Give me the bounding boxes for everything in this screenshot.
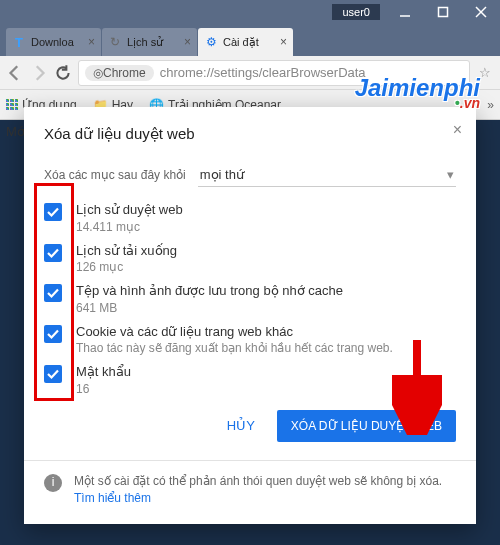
options-list: Lịch sử duyệt web 14.411 mục Lịch sử tải…: [44, 201, 456, 396]
option-cached-files[interactable]: Tệp và hình ảnh được lưu trong bộ nhớ ca…: [44, 282, 456, 315]
forward-button[interactable]: [30, 64, 48, 82]
checkbox-checked-icon[interactable]: [44, 244, 62, 262]
option-sub: 14.411 mục: [76, 220, 183, 234]
option-sub: 126 mục: [76, 260, 177, 274]
tab-label: Downloa: [31, 36, 84, 48]
option-sub: Thao tác này sẽ đăng xuất bạn khỏi hầu h…: [76, 341, 393, 355]
reload-button[interactable]: [54, 64, 72, 82]
option-title: Cookie và các dữ liệu trang web khác: [76, 323, 393, 341]
dialog-title: Xóa dữ liệu duyệt web: [44, 125, 456, 143]
origin-chip: ◎ Chrome: [85, 65, 154, 81]
tab-settings[interactable]: ⚙ Cài đặt ×: [198, 28, 293, 56]
checkbox-checked-icon[interactable]: [44, 284, 62, 302]
maximize-button[interactable]: [424, 0, 462, 24]
tab-downloads[interactable]: T Downloa ×: [6, 28, 101, 56]
favicon-t-icon: T: [12, 35, 26, 49]
tab-strip: T Downloa × ↻ Lịch sử × ⚙ Cài đặt ×: [0, 24, 500, 56]
omnibox[interactable]: ◎ Chrome chrome://settings/clearBrowserD…: [78, 60, 470, 86]
history-icon: ↻: [108, 35, 122, 49]
dialog-subheading: Xóa các mục sau đây khỏi: [44, 168, 186, 182]
url-text: chrome://settings/clearBrowserData: [160, 65, 366, 80]
tab-history[interactable]: ↻ Lịch sử ×: [102, 28, 197, 56]
checkbox-checked-icon[interactable]: [44, 203, 62, 221]
timeframe-value: mọi thứ: [200, 167, 244, 182]
option-cookies[interactable]: Cookie và các dữ liệu trang web khác Tha…: [44, 323, 456, 356]
divider: [24, 460, 476, 461]
minimize-button[interactable]: [386, 0, 424, 24]
back-button[interactable]: [6, 64, 24, 82]
clear-data-button[interactable]: XÓA DỮ LIỆU DUYỆT WEB: [277, 410, 456, 442]
user-chip[interactable]: user0: [332, 4, 380, 20]
timeframe-select[interactable]: mọi thứ ▾: [198, 163, 456, 187]
option-title: Tệp và hình ảnh được lưu trong bộ nhớ ca…: [76, 282, 343, 300]
close-tab-icon[interactable]: ×: [88, 35, 95, 49]
checkbox-checked-icon[interactable]: [44, 325, 62, 343]
option-sub: 641 MB: [76, 301, 343, 315]
close-tab-icon[interactable]: ×: [184, 35, 191, 49]
option-download-history[interactable]: Lịch sử tải xuống 126 mục: [44, 242, 456, 275]
option-title: Lịch sử tải xuống: [76, 242, 177, 260]
option-sub: 16: [76, 382, 131, 396]
dialog-close-button[interactable]: ×: [453, 121, 462, 139]
window-close-button[interactable]: [462, 0, 500, 24]
clear-browsing-data-dialog: Xóa dữ liệu duyệt web × Xóa các mục sau …: [24, 107, 476, 524]
footer-note: Một số cài đặt có thể phản ánh thói quen…: [74, 473, 456, 508]
modal-overlay: Xóa dữ liệu duyệt web × Xóa các mục sau …: [0, 105, 500, 545]
chevron-down-icon: ▾: [447, 167, 454, 182]
option-passwords[interactable]: Mật khẩu 16: [44, 363, 456, 396]
info-icon: i: [44, 474, 62, 492]
option-title: Mật khẩu: [76, 363, 131, 381]
svg-rect-1: [439, 8, 448, 17]
cancel-button[interactable]: HỦY: [217, 410, 265, 441]
tab-label: Cài đặt: [223, 36, 276, 49]
window-title-bar: user0: [0, 0, 500, 24]
close-tab-icon[interactable]: ×: [280, 35, 287, 49]
tab-label: Lịch sử: [127, 36, 180, 49]
gear-icon: ⚙: [204, 35, 218, 49]
checkbox-checked-icon[interactable]: [44, 365, 62, 383]
option-browsing-history[interactable]: Lịch sử duyệt web 14.411 mục: [44, 201, 456, 234]
toolbar: ◎ Chrome chrome://settings/clearBrowserD…: [0, 56, 500, 90]
bookmark-star-icon[interactable]: ☆: [476, 64, 494, 82]
learn-more-link[interactable]: Tìm hiểu thêm: [74, 491, 151, 505]
option-title: Lịch sử duyệt web: [76, 201, 183, 219]
